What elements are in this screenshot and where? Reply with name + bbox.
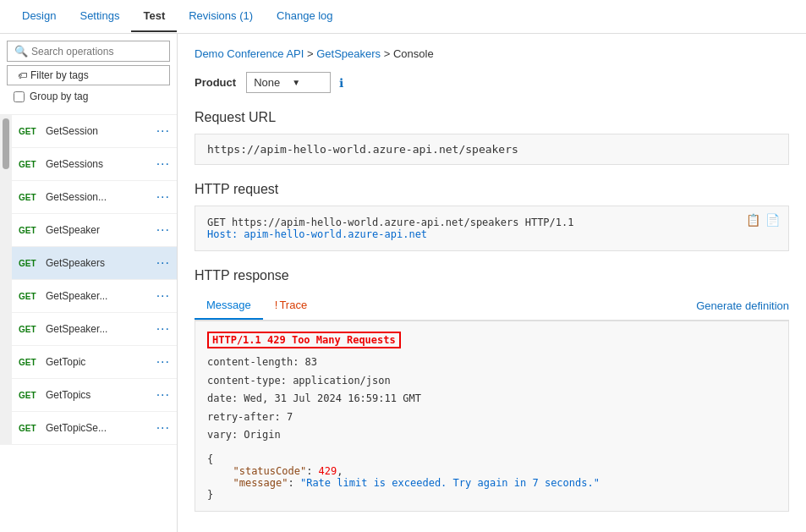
- filter-icon: 🏷: [18, 70, 27, 80]
- op-name: GetSession: [46, 125, 156, 137]
- header-line: content-length: 83: [207, 354, 776, 372]
- content-area: Demo Conference API > GetSpeakers > Cons…: [178, 34, 806, 532]
- method-badge: GET: [19, 193, 46, 202]
- op-more-icon[interactable]: ···: [156, 156, 170, 172]
- breadcrumb: Demo Conference API > GetSpeakers > Cons…: [195, 47, 789, 60]
- operations-list: GET GetSession ··· GET GetSessions ··· G…: [12, 115, 177, 445]
- breadcrumb-sep2: >: [384, 47, 393, 60]
- sidebar: 🔍 🏷 Filter by tags Group by tag GET GetS…: [0, 34, 178, 532]
- product-label: Product: [195, 76, 236, 89]
- product-row: Product None ▼ ℹ: [195, 72, 789, 93]
- scrollbar-thumb[interactable]: [3, 118, 9, 169]
- json-message: "message": "Rate limit is exceeded. Try …: [221, 477, 776, 489]
- sidebar-scroll-area: GET GetSession ··· GET GetSessions ··· G…: [0, 115, 177, 445]
- group-by-input[interactable]: [14, 91, 25, 102]
- operation-item-0[interactable]: GET GetSession ···: [12, 115, 177, 148]
- edit-icon[interactable]: 📄: [765, 213, 780, 227]
- http-request-box: GET https://apim-hello-world.azure-api.n…: [195, 206, 789, 251]
- op-name: GetSpeaker...: [46, 290, 156, 302]
- method-badge: GET: [19, 292, 46, 301]
- method-badge: GET: [19, 259, 46, 268]
- operation-item-4[interactable]: GET GetSpeakers ···: [12, 247, 177, 280]
- operation-item-3[interactable]: GET GetSpeaker ···: [12, 214, 177, 247]
- request-url-box: https://apim-hello-world.azure-api.net/s…: [195, 134, 789, 165]
- operation-item-9[interactable]: GET GetTopicSe... ···: [12, 412, 177, 445]
- operation-item-1[interactable]: GET GetSessions ···: [12, 148, 177, 181]
- json-block: { "statusCode": 429, "message": "Rate li…: [207, 453, 776, 501]
- breadcrumb-current: Console: [393, 47, 434, 60]
- http-response-section: HTTP response Message !Trace Generate de…: [195, 268, 789, 512]
- op-more-icon[interactable]: ···: [156, 354, 170, 370]
- json-open-brace: {: [207, 453, 776, 465]
- sidebar-search-area: 🔍 🏷 Filter by tags Group by tag: [0, 34, 177, 115]
- op-name: GetTopics: [46, 389, 156, 401]
- breadcrumb-api[interactable]: Demo Conference API: [195, 47, 304, 60]
- method-badge: GET: [19, 325, 46, 334]
- header-line: content-type: application/json: [207, 372, 776, 391]
- generate-definition-link[interactable]: Generate definition: [696, 299, 789, 312]
- json-close-brace: }: [207, 489, 776, 501]
- op-name: GetSpeaker...: [46, 323, 156, 335]
- http-request-line2: Host: apim-hello-world.azure-api.net: [207, 228, 776, 240]
- tab-revisions[interactable]: Revisions (1): [177, 1, 265, 32]
- method-badge: GET: [19, 160, 46, 169]
- group-by-label: Group by tag: [30, 90, 88, 102]
- info-icon[interactable]: ℹ: [339, 76, 343, 90]
- search-box[interactable]: 🔍: [7, 41, 170, 62]
- tab-design[interactable]: Design: [10, 1, 68, 32]
- response-tabs: Message !Trace Generate definition: [195, 292, 789, 321]
- request-action-icons: 📋 📄: [746, 213, 780, 227]
- trace-alert-icon: !: [275, 299, 278, 311]
- product-select[interactable]: None ▼: [246, 72, 331, 93]
- operation-item-2[interactable]: GET GetSession... ···: [12, 181, 177, 214]
- copy-icon[interactable]: 📋: [746, 213, 760, 227]
- op-more-icon[interactable]: ···: [156, 321, 170, 337]
- request-url-title: Request URL: [195, 110, 789, 125]
- trace-tab-label: Trace: [279, 299, 307, 311]
- header-line: retry-after: 7: [207, 409, 776, 427]
- http-request-line1: GET https://apim-hello-world.azure-api.n…: [207, 217, 776, 228]
- tab-settings[interactable]: Settings: [68, 1, 131, 32]
- method-badge: GET: [19, 358, 46, 367]
- method-badge: GET: [19, 424, 46, 433]
- json-status-code: "statusCode": 429,: [221, 465, 776, 477]
- breadcrumb-operation[interactable]: GetSpeakers: [316, 47, 381, 60]
- header-line: date: Wed, 31 Jul 2024 16:59:11 GMT: [207, 390, 776, 409]
- sidebar-scrollbar[interactable]: [0, 115, 12, 445]
- method-badge: GET: [19, 127, 46, 136]
- response-body: HTTP/1.1 429 Too Many Requests content-l…: [195, 321, 789, 512]
- operation-item-8[interactable]: GET GetTopics ···: [12, 379, 177, 412]
- op-name: GetTopic: [46, 356, 156, 368]
- http-request-title: HTTP request: [195, 182, 789, 197]
- tab-trace[interactable]: !Trace: [263, 292, 319, 320]
- op-more-icon[interactable]: ···: [156, 255, 170, 271]
- op-more-icon[interactable]: ···: [156, 420, 170, 436]
- filter-label: Filter by tags: [30, 69, 89, 81]
- operation-item-6[interactable]: GET GetSpeaker... ···: [12, 313, 177, 346]
- op-more-icon[interactable]: ···: [156, 288, 170, 304]
- operation-item-5[interactable]: GET GetSpeaker... ···: [12, 280, 177, 313]
- header-line: vary: Origin: [207, 426, 776, 445]
- op-more-icon[interactable]: ···: [156, 387, 170, 403]
- group-by-checkbox[interactable]: Group by tag: [7, 85, 170, 107]
- method-badge: GET: [19, 391, 46, 400]
- op-more-icon[interactable]: ···: [156, 189, 170, 205]
- op-more-icon[interactable]: ···: [156, 123, 170, 139]
- message-tab-label: Message: [206, 299, 251, 311]
- tab-changelog[interactable]: Change log: [265, 1, 345, 32]
- op-name: GetTopicSe...: [46, 422, 156, 434]
- status-line: HTTP/1.1 429 Too Many Requests: [207, 332, 401, 348]
- response-headers: content-length: 83content-type: applicat…: [207, 354, 776, 445]
- top-nav: Design Settings Test Revisions (1) Chang…: [0, 0, 806, 34]
- tab-test[interactable]: Test: [131, 1, 177, 32]
- filter-tags-button[interactable]: 🏷 Filter by tags: [7, 65, 170, 85]
- search-input[interactable]: [31, 46, 162, 58]
- operation-item-7[interactable]: GET GetTopic ···: [12, 346, 177, 379]
- op-more-icon[interactable]: ···: [156, 222, 170, 238]
- product-selected-value: None: [254, 76, 285, 89]
- dropdown-arrow-icon: ▼: [292, 78, 323, 87]
- main-layout: 🔍 🏷 Filter by tags Group by tag GET GetS…: [0, 34, 806, 532]
- tab-message[interactable]: Message: [195, 292, 263, 320]
- method-badge: GET: [19, 226, 46, 235]
- op-name: GetSpeakers: [46, 257, 156, 269]
